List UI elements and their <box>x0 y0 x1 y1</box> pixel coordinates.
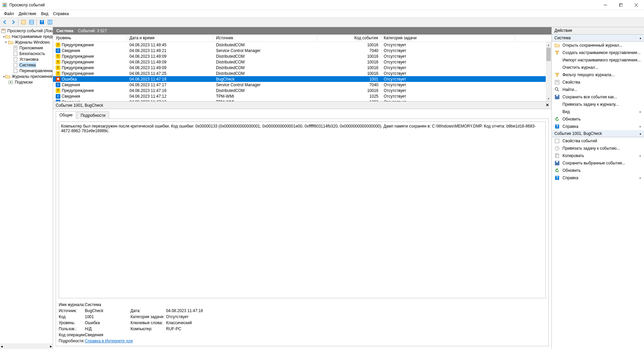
menu-action[interactable]: Действие <box>17 11 39 17</box>
action-help[interactable]: ?Справка▸ <box>552 123 644 130</box>
scroll-left-icon[interactable]: ◂ <box>1 344 3 349</box>
chevron-right-icon: ▸ <box>640 125 641 128</box>
event-row[interactable]: !Предупреждение04.08.2023 11:47:25Distri… <box>53 70 546 76</box>
action-clear-log[interactable]: Очистить журнал... <box>552 64 644 71</box>
svg-rect-23 <box>14 63 17 67</box>
menu-view[interactable]: Вид <box>39 11 50 17</box>
category-value: Отсутствует <box>166 314 250 319</box>
action-help2[interactable]: ?Справка▸ <box>552 174 644 182</box>
event-row[interactable]: !Предупреждение04.08.2023 11:49:09Distri… <box>53 53 546 59</box>
event-row[interactable]: iСведения04.08.2023 11:47:12TPM-WMI1025О… <box>53 93 546 99</box>
tree-subscriptions[interactable]: Подписки <box>1 79 52 85</box>
col-source[interactable]: Источник <box>213 35 317 42</box>
action-open-saved[interactable]: Открыть сохраненный журнал... <box>552 42 644 49</box>
event-date: 04.08.2023 11:47:12 <box>127 94 213 99</box>
action-refresh2[interactable]: Обновить <box>552 167 644 174</box>
preview-button[interactable] <box>28 18 35 26</box>
menu-help[interactable]: Справка <box>51 11 71 17</box>
svg-rect-41 <box>556 154 559 158</box>
svg-rect-43 <box>556 161 558 162</box>
action-properties[interactable]: Свойства <box>552 79 644 86</box>
event-row[interactable]: iСведения04.08.2023 11:47:12TPM-WMI1282О… <box>53 99 546 101</box>
vertical-scrollbar[interactable]: ▴ ▾ <box>546 42 551 101</box>
minimize-button[interactable] <box>598 0 613 10</box>
save-icon <box>554 160 560 166</box>
actions-section-system[interactable]: Система▴ <box>552 35 644 42</box>
event-row[interactable]: !Предупреждение04.08.2023 11:49:09Distri… <box>53 59 546 65</box>
event-category: Отсутствует <box>381 71 515 76</box>
filter-icon <box>554 50 560 55</box>
collapse-icon[interactable]: ▴ <box>640 132 641 135</box>
svg-point-26 <box>10 82 11 83</box>
tree-setup[interactable]: Установка <box>1 56 52 62</box>
col-date[interactable]: Дата и время <box>127 35 213 42</box>
event-row[interactable]: iСведения04.08.2023 11:49:21Service Cont… <box>53 48 546 53</box>
list-body[interactable]: !Предупреждение04.08.2023 11:49:45Distri… <box>53 42 546 101</box>
collapse-icon[interactable]: ▴ <box>640 36 641 40</box>
event-row[interactable]: iСведения04.08.2023 11:47:17Service Cont… <box>53 82 546 88</box>
maximize-button[interactable] <box>613 0 629 10</box>
event-count: Событий: 3 527 <box>78 29 107 33</box>
action-copy[interactable]: Копировать▸ <box>552 152 644 159</box>
col-category[interactable]: Категория задачи <box>381 35 515 42</box>
action-attach-task[interactable]: Привязать задачу к журналу... <box>552 101 644 108</box>
menu-file[interactable]: Файл <box>2 11 16 17</box>
svg-rect-22 <box>14 57 17 61</box>
list-button[interactable] <box>46 18 54 26</box>
action-view[interactable]: Вид▸ <box>552 108 644 115</box>
expander-icon[interactable]: ▾ <box>3 40 8 44</box>
help-icon: ? <box>554 175 560 181</box>
tree-application[interactable]: Приложение <box>1 45 52 51</box>
col-code[interactable]: Код события <box>317 35 381 42</box>
tab-details[interactable]: Подробности <box>77 111 109 119</box>
scroll-right-icon[interactable]: ▸ <box>50 344 52 349</box>
event-row[interactable]: !Предупреждение04.08.2023 11:49:09Distri… <box>53 65 546 70</box>
tree-system[interactable]: Система <box>1 62 52 68</box>
tree-custom-views[interactable]: ▸Настраиваемые представлен <box>1 34 52 39</box>
user-value: Н/Д <box>85 327 128 331</box>
action-create-view[interactable]: Создать настраиваемое представление... <box>552 49 644 56</box>
help-icon[interactable]: ? <box>38 18 46 26</box>
action-refresh[interactable]: Обновить <box>552 115 644 123</box>
back-button[interactable] <box>1 18 9 26</box>
scroll-up-icon[interactable]: ▴ <box>546 42 551 48</box>
toolbar-separator <box>37 19 37 26</box>
col-level[interactable]: Уровень <box>53 35 127 42</box>
center-header: Система Событий: 3 527 <box>53 27 551 35</box>
toolbar: ? <box>0 17 644 27</box>
action-import-view[interactable]: Импорт настраиваемого представления... <box>552 56 644 64</box>
detail-close-button[interactable]: ✕ <box>545 103 550 108</box>
scroll-down-icon[interactable]: ▾ <box>546 96 551 101</box>
action-attach-event-task[interactable]: Привязать задачу к событию... <box>552 145 644 152</box>
detail-panel: Событие 1001, BugCheck ✕ Общие Подробнос… <box>53 102 551 349</box>
event-date: 04.08.2023 11:49:21 <box>127 48 213 53</box>
forward-button[interactable] <box>9 18 17 26</box>
task-icon <box>554 102 560 107</box>
show-tree-button[interactable] <box>20 18 27 26</box>
tree-security[interactable]: Безопасность <box>1 51 52 56</box>
actions-section-event[interactable]: Событие 1001, BugCheck▴ <box>552 130 644 137</box>
scroll-thumb[interactable] <box>546 48 551 61</box>
tab-general[interactable]: Общие <box>56 111 76 119</box>
action-save-all[interactable]: Сохранить все события как... <box>552 93 644 101</box>
event-date: 04.08.2023 11:49:09 <box>127 54 213 59</box>
action-save-selected[interactable]: Сохранить выбранные события... <box>552 159 644 167</box>
tree-app-services[interactable]: ▸Журналы приложений и сл <box>1 73 52 79</box>
log-name: Система <box>56 29 73 33</box>
event-row[interactable]: !Предупреждение04.08.2023 11:49:45Distri… <box>53 42 546 48</box>
close-button[interactable] <box>629 0 644 10</box>
action-filter-log[interactable]: Фильтр текущего журнала... <box>552 71 644 79</box>
action-event-properties[interactable]: Свойства событий <box>552 137 644 145</box>
svg-rect-3 <box>3 6 6 6</box>
tree-forwarded[interactable]: Перенаправленные соб <box>1 68 52 73</box>
event-row[interactable]: !Предупреждение04.08.2023 11:47:16Distri… <box>53 88 546 93</box>
event-date: 04.08.2023 11:47:17 <box>127 83 213 87</box>
event-source: DistributedCOM <box>213 43 317 47</box>
tree-horizontal-scrollbar[interactable]: ◂▸ <box>0 343 53 349</box>
tree-root[interactable]: Просмотр событий (Локальные <box>1 28 52 34</box>
event-row[interactable]: ✖Ошибка04.08.2023 11:47:18BugCheck1001От… <box>53 76 546 82</box>
tree-windows-logs[interactable]: ▾Журналы Windows <box>1 39 52 45</box>
moreinfo-link[interactable]: Справка в Интернете для <box>85 339 128 343</box>
event-code: 10016 <box>317 88 381 93</box>
action-find[interactable]: Найти... <box>552 86 644 93</box>
